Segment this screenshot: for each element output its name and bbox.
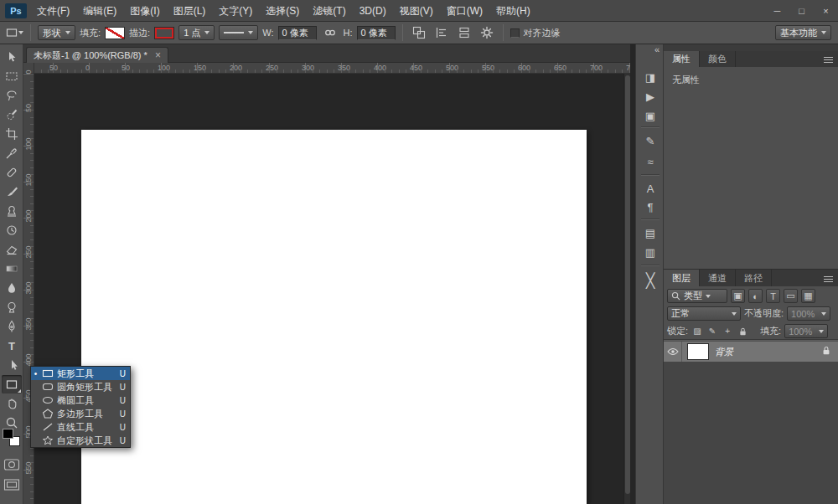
tab-layers[interactable]: 图层 bbox=[664, 270, 700, 286]
gradient-tool[interactable] bbox=[2, 260, 22, 278]
opacity-dropdown[interactable]: 100% bbox=[787, 306, 830, 321]
link-dimensions-button[interactable] bbox=[321, 24, 339, 41]
fill-dropdown[interactable]: 100% bbox=[784, 324, 828, 338]
menu-item-filter[interactable]: 滤镜(T) bbox=[306, 0, 352, 22]
panel-columns-icon[interactable]: ◨ bbox=[640, 69, 660, 85]
marquee-tool[interactable] bbox=[2, 67, 22, 85]
stroke-style-dropdown[interactable] bbox=[219, 25, 258, 40]
tab-properties[interactable]: 属性 bbox=[664, 51, 700, 67]
menu-item-layer[interactable]: 图层(L) bbox=[167, 0, 213, 22]
lock-all-icon[interactable] bbox=[737, 325, 748, 337]
crop-tool[interactable] bbox=[2, 125, 22, 143]
paragraph-panel-icon[interactable]: ¶ bbox=[640, 198, 660, 215]
path-arrangement-button[interactable] bbox=[455, 24, 473, 41]
pen-tool[interactable] bbox=[2, 317, 22, 336]
lock-label: 锁定: bbox=[667, 325, 688, 337]
layer-visibility-toggle[interactable] bbox=[664, 342, 682, 362]
foreground-color-swatch[interactable] bbox=[3, 429, 13, 439]
flyout-item-custom-shape-tool[interactable]: 自定形状工具 U bbox=[31, 434, 130, 447]
dodge-tool[interactable] bbox=[2, 298, 22, 316]
workspace-switcher[interactable]: 基本功能 bbox=[775, 25, 831, 40]
minimize-icon[interactable]: ─ bbox=[765, 0, 789, 22]
hand-tool[interactable] bbox=[2, 394, 22, 413]
filter-smart-objects-icon[interactable]: ▦ bbox=[801, 289, 815, 303]
history-brush-tool[interactable] bbox=[2, 221, 22, 239]
expand-panels-icon[interactable]: « bbox=[654, 44, 660, 54]
menu-item-select[interactable]: 选择(S) bbox=[259, 0, 306, 22]
panel-menu-icon[interactable] bbox=[824, 57, 833, 63]
menu-item-help[interactable]: 帮助(H) bbox=[489, 0, 537, 22]
flyout-item-ellipse-tool[interactable]: 椭圆工具 U bbox=[31, 393, 130, 407]
lock-pixels-icon[interactable]: ✎ bbox=[706, 325, 718, 337]
layer-filter-dropdown[interactable]: 类型 bbox=[667, 289, 727, 303]
eraser-tool[interactable] bbox=[2, 240, 22, 259]
stroke-swatch[interactable] bbox=[154, 27, 174, 39]
flyout-item-polygon-tool[interactable]: 多边形工具 U bbox=[31, 407, 130, 420]
document-canvas[interactable] bbox=[81, 130, 587, 504]
fill-swatch[interactable] bbox=[105, 27, 125, 39]
path-alignment-button[interactable] bbox=[432, 24, 451, 41]
layer-thumbnail[interactable] bbox=[688, 344, 708, 359]
maximize-icon[interactable]: □ bbox=[789, 0, 814, 22]
tool-preset-picker[interactable] bbox=[5, 24, 23, 41]
path-selection-tool[interactable] bbox=[2, 356, 22, 374]
move-tool[interactable] bbox=[2, 48, 22, 66]
divider bbox=[641, 126, 660, 128]
quick-mask-button[interactable] bbox=[3, 458, 20, 474]
document-title: 未标题-1 @ 100%(RGB/8) * bbox=[34, 49, 147, 62]
geometry-options-button[interactable] bbox=[478, 24, 496, 41]
menu-item-type[interactable]: 文字(Y) bbox=[212, 0, 259, 22]
stacked-squares-icon[interactable]: ▣ bbox=[640, 107, 660, 124]
play-icon[interactable]: ▶ bbox=[640, 88, 660, 105]
lock-position-icon[interactable]: + bbox=[722, 325, 733, 337]
vertical-scrollbar[interactable] bbox=[623, 74, 630, 504]
path-operations-button[interactable] bbox=[410, 24, 428, 41]
close-icon[interactable]: × bbox=[814, 0, 838, 22]
brush-tool[interactable] bbox=[2, 183, 22, 201]
menu-item-window[interactable]: 窗口(W) bbox=[440, 0, 489, 22]
menu-item-image[interactable]: 图像(I) bbox=[123, 0, 166, 22]
waves-icon[interactable]: ≈ bbox=[640, 153, 660, 170]
rows-panel-icon[interactable]: ▥ bbox=[640, 244, 660, 260]
tool-mode-dropdown[interactable]: 形状 bbox=[38, 25, 75, 40]
flyout-item-rectangle-tool[interactable]: • 矩形工具 U bbox=[31, 367, 130, 380]
menu-item-file[interactable]: 文件(F) bbox=[30, 0, 76, 22]
layer-row[interactable]: 背景 bbox=[664, 342, 838, 362]
type-tool[interactable]: T bbox=[2, 337, 22, 355]
pencil-icon[interactable]: ✎ bbox=[640, 132, 660, 149]
rectangle-tool[interactable] bbox=[2, 375, 22, 393]
filter-shape-layers-icon[interactable]: ▭ bbox=[784, 289, 798, 303]
filter-adjustment-layers-icon[interactable]: ◐ bbox=[748, 289, 763, 303]
healing-brush-tool[interactable] bbox=[2, 163, 22, 182]
x-icon[interactable]: ╳ bbox=[640, 270, 660, 291]
filter-pixel-layers-icon[interactable]: ▣ bbox=[731, 289, 745, 303]
menu-item-edit[interactable]: 编辑(E) bbox=[76, 0, 123, 22]
menu-item-view[interactable]: 视图(V) bbox=[393, 0, 440, 22]
screen-mode-button[interactable] bbox=[3, 478, 20, 494]
menu-item-3d[interactable]: 3D(D) bbox=[353, 0, 393, 22]
eyedropper-tool[interactable] bbox=[2, 144, 22, 162]
blend-mode-dropdown[interactable]: 正常 bbox=[667, 306, 741, 321]
stroke-width-dropdown[interactable]: 1 点 bbox=[178, 25, 215, 40]
shortcut-label: U bbox=[120, 396, 126, 405]
lock-transparency-icon[interactable]: ▨ bbox=[691, 325, 703, 337]
flyout-item-line-tool[interactable]: 直线工具 U bbox=[31, 420, 130, 434]
flyout-item-rounded-rectangle-tool[interactable]: 圆角矩形工具 U bbox=[31, 380, 130, 393]
panel-menu-icon[interactable] bbox=[824, 276, 833, 282]
grid-panel-icon[interactable]: ▤ bbox=[640, 224, 660, 241]
layers-blend-row: 正常 不透明度: 100% bbox=[664, 306, 838, 321]
shape-height-input[interactable]: 0 像素 bbox=[357, 26, 396, 40]
tab-close-icon[interactable]: × bbox=[155, 50, 161, 60]
tab-color[interactable]: 颜色 bbox=[700, 51, 736, 67]
blur-tool[interactable] bbox=[2, 279, 22, 297]
shape-width-input[interactable]: 0 像素 bbox=[278, 26, 317, 40]
tab-channels[interactable]: 通道 bbox=[700, 270, 736, 286]
filter-type-layers-icon[interactable]: T bbox=[766, 289, 780, 303]
document-tab[interactable]: 未标题-1 @ 100%(RGB/8) * × bbox=[26, 47, 168, 63]
quick-selection-tool[interactable] bbox=[2, 105, 22, 124]
clone-stamp-tool[interactable] bbox=[2, 202, 22, 220]
align-edges-checkbox[interactable] bbox=[510, 28, 520, 38]
lasso-tool[interactable] bbox=[2, 86, 22, 105]
character-panel-icon[interactable]: A bbox=[640, 180, 660, 197]
tab-paths[interactable]: 路径 bbox=[736, 270, 772, 286]
